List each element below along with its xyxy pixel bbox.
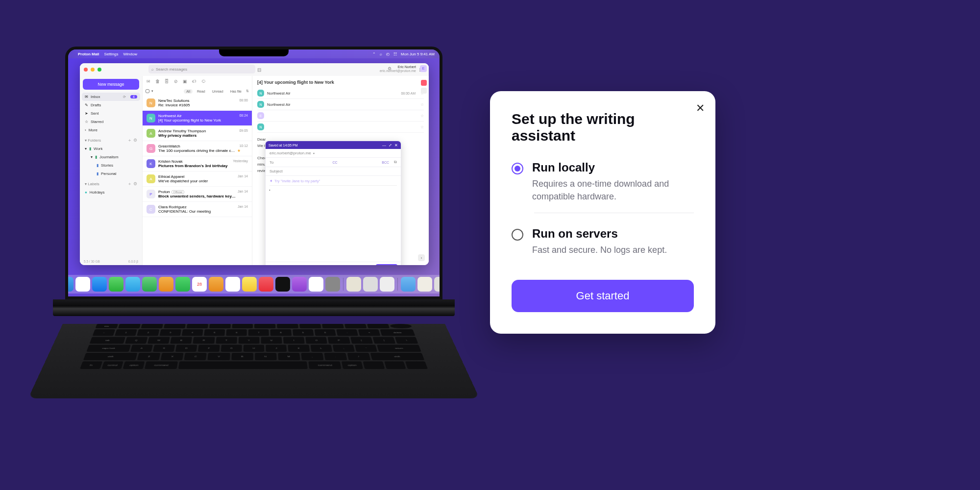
thread-row[interactable]: N ☆ xyxy=(257,122,424,133)
menubar-item-settings[interactable]: Settings xyxy=(104,52,119,56)
star-icon[interactable]: ☆ xyxy=(420,114,424,118)
dock-app-messages[interactable] xyxy=(109,277,123,292)
to-field[interactable]: To CC BCC ⧉ xyxy=(266,158,401,167)
rail-mail-icon[interactable] xyxy=(421,80,427,86)
control-center-icon[interactable]: ☷ xyxy=(393,52,397,56)
dock-app-appstore[interactable] xyxy=(309,277,323,292)
star-icon[interactable]: ☆ xyxy=(420,102,424,107)
account-info[interactable]: Eric Norbert eric.norbert@proton.me E xyxy=(380,65,416,73)
compose-icon[interactable]: ✉ xyxy=(147,79,150,84)
add-label-icon[interactable]: ＋ ⚙ xyxy=(127,181,137,187)
sidebar-item-stories[interactable]: ▮Stories xyxy=(80,161,142,170)
sidebar-item-personal[interactable]: ▮Personal xyxy=(80,170,142,178)
trash-icon[interactable]: 🗑 xyxy=(155,79,160,84)
filter-read[interactable]: Read xyxy=(195,89,208,94)
option-run-on-servers[interactable]: Run on servers Fast and secure. No logs … xyxy=(512,224,694,266)
message-row[interactable]: N Northwest Air08:24 [4] Your upcoming f… xyxy=(143,111,252,126)
menubar-item-window[interactable]: Window xyxy=(123,52,137,56)
snooze-icon[interactable]: ⏲ xyxy=(201,79,206,84)
filter-unread[interactable]: Unread xyxy=(210,89,226,94)
dock-app-downloads[interactable] xyxy=(401,277,416,292)
message-row[interactable]: P ProtonOfficialJan 14 Block unwanted se… xyxy=(143,187,252,202)
dock-app-contacts[interactable] xyxy=(209,277,223,292)
dock-app-recent2[interactable] xyxy=(363,277,378,292)
search-input[interactable]: ⌕ Search messages xyxy=(148,65,255,74)
dock-app-maps[interactable] xyxy=(142,277,157,292)
dock-app-safari[interactable] xyxy=(92,277,107,292)
dock-app-calendar[interactable]: 28 xyxy=(192,277,207,292)
window-close-icon[interactable] xyxy=(84,68,88,72)
chevron-down-icon[interactable]: ▾ xyxy=(313,151,315,155)
message-row[interactable]: N NewTec Solutions08:00 Re: Invoice #160… xyxy=(143,96,252,111)
rail-calendar-icon[interactable] xyxy=(421,88,427,94)
dock-app-facetime[interactable] xyxy=(175,277,190,292)
thread-row[interactable]: E ☆ xyxy=(257,110,424,122)
select-all-checkbox[interactable] xyxy=(146,89,149,93)
next-message-button[interactable]: › xyxy=(418,254,425,261)
dock-app-finder[interactable] xyxy=(65,277,74,292)
star-icon[interactable]: ☆ xyxy=(420,125,424,129)
thread-row[interactable]: N Northwest Air 08:00 AM ☆ xyxy=(257,88,424,99)
radio-run-locally[interactable] xyxy=(512,163,523,174)
composer-body[interactable]: ✦Try "Invite Jane to my party" xyxy=(266,176,401,262)
contacts-icon[interactable]: ⧉ xyxy=(391,160,397,165)
message-row[interactable]: K Kristen NovakYesterday Pictures from B… xyxy=(143,156,252,172)
layout-icon[interactable]: ⊟ xyxy=(255,67,263,73)
menubar-clock[interactable]: Mon Jun 5 9:41 AM xyxy=(401,52,435,56)
filter-hasfile[interactable]: Has file xyxy=(228,89,244,94)
sidebar-item-work[interactable]: ▾▮Work xyxy=(80,145,142,153)
expand-icon[interactable]: ⤢ xyxy=(389,143,392,147)
dock-app-settings[interactable] xyxy=(325,277,340,292)
sidebar-item-starred[interactable]: ☆Starred xyxy=(80,118,142,126)
dock-app-podcasts[interactable] xyxy=(292,277,307,292)
add-folder-icon[interactable]: ＋ ⚙ xyxy=(127,137,137,144)
dock-app-tv[interactable] xyxy=(275,277,290,292)
avatar[interactable]: E xyxy=(420,65,427,72)
thread-row[interactable]: N Northwest Air ☆ xyxy=(257,99,424,110)
minimize-icon[interactable]: — xyxy=(382,143,386,147)
sidebar-item-holidays[interactable]: ●Holidays xyxy=(80,188,142,196)
sidebar-item-inbox[interactable]: ✉ Inbox ⟳ 4 xyxy=(82,93,140,101)
send-button[interactable]: Send▾ xyxy=(375,264,398,265)
sidebar-section-labels[interactable]: ▾ Labels＋ ⚙ xyxy=(80,178,142,188)
message-row[interactable]: G GreenWatch10:12 The 100 corporations d… xyxy=(143,141,252,156)
sidebar-item-journalism[interactable]: ▾▮Journalism xyxy=(80,153,142,161)
cc-button[interactable]: CC xyxy=(330,161,338,164)
dock-app-recent3[interactable] xyxy=(380,277,394,292)
ai-hint[interactable]: ✦Try "Invite Jane to my party" xyxy=(270,179,397,186)
window-minimize-icon[interactable] xyxy=(91,68,95,72)
from-field[interactable]: eric.norbert@proton.me▾ xyxy=(266,149,401,158)
window-zoom-icon[interactable] xyxy=(98,68,101,72)
sidebar-item-sent[interactable]: ➤Sent xyxy=(80,109,142,118)
message-row[interactable]: A Andrew Timothy Thompson09:05 Why priva… xyxy=(143,126,252,141)
spam-icon[interactable]: ⊘ xyxy=(174,79,178,84)
label-icon[interactable]: 🏷 xyxy=(192,79,196,84)
dock-app-mail[interactable] xyxy=(125,277,140,292)
dock-app-notes[interactable] xyxy=(242,277,257,292)
sidebar-item-drafts[interactable]: ✎Drafts xyxy=(80,101,142,109)
dock-app-trash[interactable] xyxy=(434,277,442,292)
new-message-button[interactable]: New message xyxy=(83,79,139,90)
message-row[interactable]: A Ethical ApparelJan 14 We've dispatched… xyxy=(143,172,252,187)
close-icon[interactable]: ✕ xyxy=(394,143,398,147)
chevron-down-icon[interactable]: ▾ xyxy=(151,89,153,93)
bcc-button[interactable]: BCC xyxy=(379,161,389,164)
refresh-icon[interactable]: ⟳ xyxy=(123,95,126,99)
composer-header[interactable]: Saved at 14:05 PM — ⤢ ✕ xyxy=(266,141,401,149)
filter-all[interactable]: All xyxy=(184,89,193,94)
macos-dock[interactable]: 28 xyxy=(65,275,442,294)
get-started-button[interactable]: Get started xyxy=(512,280,694,312)
dock-app-doc[interactable] xyxy=(417,277,432,292)
sidebar-item-more[interactable]: ›More xyxy=(80,126,142,134)
subject-field[interactable]: Subject xyxy=(266,167,401,176)
dock-app-launchpad[interactable] xyxy=(75,277,90,292)
dock-app-photos[interactable] xyxy=(159,277,173,292)
close-icon[interactable]: ✕ xyxy=(696,102,705,115)
wifi-icon[interactable]: ⌃ xyxy=(372,52,376,56)
move-icon[interactable]: ▣ xyxy=(183,79,187,84)
dock-app-reminders[interactable] xyxy=(225,277,240,292)
option-run-locally[interactable]: Run locally Requires a one-time download… xyxy=(512,158,694,213)
user-icon[interactable]: ◴ xyxy=(386,52,390,56)
radio-run-on-servers[interactable] xyxy=(512,229,523,241)
archive-icon[interactable]: 🗄 xyxy=(165,79,169,84)
